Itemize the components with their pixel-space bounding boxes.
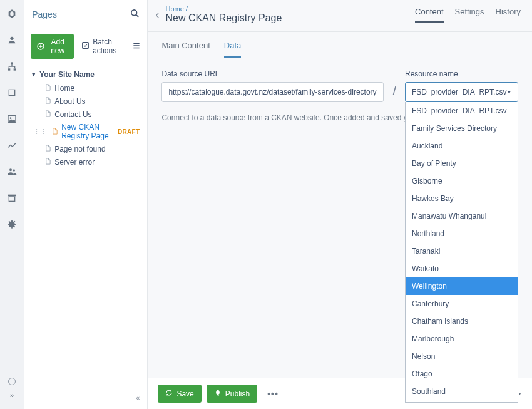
resource-dropdown: FSD_provider_DIA_RPT.csvFamily Services … (405, 102, 518, 403)
sub-tab-main-content[interactable]: Main Content (161, 41, 210, 58)
caret-down-icon: ▼ (506, 90, 511, 95)
tree-item-label: About Us (54, 97, 85, 106)
image-icon[interactable] (6, 113, 18, 125)
file-icon (44, 157, 51, 167)
tree-item[interactable]: Page not found (29, 142, 142, 155)
tree-item-label: Home (54, 84, 74, 93)
dropdown-item[interactable]: Otago (406, 365, 518, 383)
dropdown-item[interactable]: Gisborne (406, 172, 518, 190)
tree-item-label: Page not found (54, 145, 105, 153)
svg-point-6 (9, 168, 12, 171)
dropdown-item[interactable]: Bay of Plenty (406, 155, 518, 172)
header-tab-settings[interactable]: Settings (455, 7, 484, 23)
publish-label: Publish (225, 390, 250, 398)
svg-rect-8 (8, 195, 16, 197)
dropdown-item[interactable]: FSD_provider_DIA_RPT.csv (406, 102, 518, 120)
dropdown-item[interactable]: Waikato (406, 260, 518, 277)
tree-item[interactable]: Contact Us (29, 108, 142, 121)
add-new-button[interactable]: Add new (31, 34, 74, 59)
url-label: Data source URL (161, 70, 384, 78)
check-box-icon (81, 41, 90, 51)
chart-icon[interactable] (6, 139, 18, 152)
sub-tab-data[interactable]: Data (224, 41, 241, 58)
dropdown-item[interactable]: Chatham Islands (406, 313, 518, 330)
status-circle-icon[interactable] (8, 378, 16, 385)
dropdown-item[interactable]: Canterbury (406, 295, 518, 313)
dropdown-item[interactable]: Northland (406, 225, 518, 242)
batch-label: Batch actions (93, 38, 125, 55)
dropdown-item[interactable]: Tasman (406, 400, 518, 403)
collapse-sidebar-icon[interactable]: « (136, 394, 140, 401)
breadcrumb[interactable]: Home / (165, 5, 282, 13)
dropdown-item[interactable]: Family Services Directory (406, 120, 518, 137)
svg-rect-3 (14, 68, 16, 70)
page-tree: ▼ Your Site Name HomeAbout UsContact Us⋮… (24, 68, 147, 168)
caret-down-icon: ▼ (31, 71, 36, 78)
caret-down-icon: ▼ (518, 391, 522, 396)
tree-item-label: New CKAN Registry Page (61, 123, 115, 140)
tree-item-label: Server error (54, 158, 95, 167)
left-icon-rail: » (0, 0, 24, 409)
file-icon (44, 96, 51, 106)
gear-icon[interactable] (6, 218, 18, 230)
save-label: Save (176, 390, 193, 398)
add-new-label: Add new (48, 38, 68, 55)
dropdown-item[interactable]: Auckland (406, 137, 518, 155)
svg-point-0 (10, 37, 13, 40)
users-icon[interactable] (6, 165, 18, 178)
tree-item[interactable]: Home (29, 81, 142, 95)
file-icon (44, 110, 51, 119)
resource-label: Resource name (405, 70, 518, 78)
archive-icon[interactable] (6, 192, 18, 204)
rocket-icon (214, 389, 222, 398)
svg-point-7 (13, 169, 15, 171)
batch-actions-button[interactable]: Batch actions (81, 38, 125, 55)
refresh-icon (165, 389, 173, 398)
dropdown-item[interactable]: Wellington (406, 277, 518, 295)
svg-rect-2 (8, 68, 10, 70)
plus-circle-icon (37, 43, 44, 50)
resource-selected-value: FSD_provider_DIA_RPT.csv (412, 88, 506, 96)
book-icon[interactable] (6, 86, 18, 99)
draft-badge: DRAFT (118, 128, 140, 135)
back-chevron-icon[interactable]: ‹ (155, 8, 159, 21)
tree-item[interactable]: About Us (29, 95, 142, 108)
sitemap-icon[interactable] (6, 60, 18, 73)
list-view-icon[interactable] (132, 41, 141, 52)
dropdown-item[interactable]: Nelson (406, 348, 518, 365)
header-tab-history[interactable]: History (496, 7, 521, 23)
tree-item[interactable]: Server error (29, 155, 142, 168)
svg-rect-12 (83, 43, 89, 49)
data-source-url-input[interactable] (161, 82, 384, 102)
dropdown-item[interactable]: Manawatu Whanganui (406, 207, 518, 225)
svg-point-5 (10, 117, 12, 119)
file-icon (44, 144, 51, 153)
svg-point-10 (131, 10, 137, 16)
expand-rail-icon[interactable]: » (10, 391, 14, 399)
slash-separator: / (392, 84, 396, 98)
search-icon[interactable] (130, 9, 140, 20)
file-icon (51, 127, 58, 137)
more-actions-icon[interactable]: ••• (262, 386, 284, 401)
site-name: Your Site Name (39, 70, 95, 79)
pages-sidebar: Pages Add new Batch actions ▼ Your Site … (24, 0, 148, 409)
dropdown-item[interactable]: Southland (406, 383, 518, 400)
page-title: New CKAN Registry Page (165, 13, 282, 24)
tree-item[interactable]: ⋮⋮New CKAN Registry PageDRAFT (29, 121, 142, 142)
svg-rect-9 (9, 197, 14, 201)
tree-item-label: Contact Us (54, 110, 91, 119)
logo-icon[interactable] (6, 8, 18, 20)
site-root[interactable]: ▼ Your Site Name (29, 68, 142, 81)
resource-name-select[interactable]: FSD_provider_DIA_RPT.csv ▼ (405, 82, 518, 102)
dropdown-item[interactable]: Marlborough (406, 330, 518, 348)
header-tab-content[interactable]: Content (415, 7, 444, 23)
drag-handle-icon[interactable]: ⋮⋮ (33, 128, 47, 136)
save-button[interactable]: Save (158, 385, 201, 403)
publish-button[interactable]: Publish (207, 385, 257, 403)
svg-rect-1 (11, 62, 13, 64)
sidebar-title: Pages (32, 9, 57, 19)
user-icon[interactable] (6, 34, 18, 46)
file-icon (44, 83, 51, 93)
dropdown-item[interactable]: Taranaki (406, 242, 518, 260)
dropdown-item[interactable]: Hawkes Bay (406, 190, 518, 207)
